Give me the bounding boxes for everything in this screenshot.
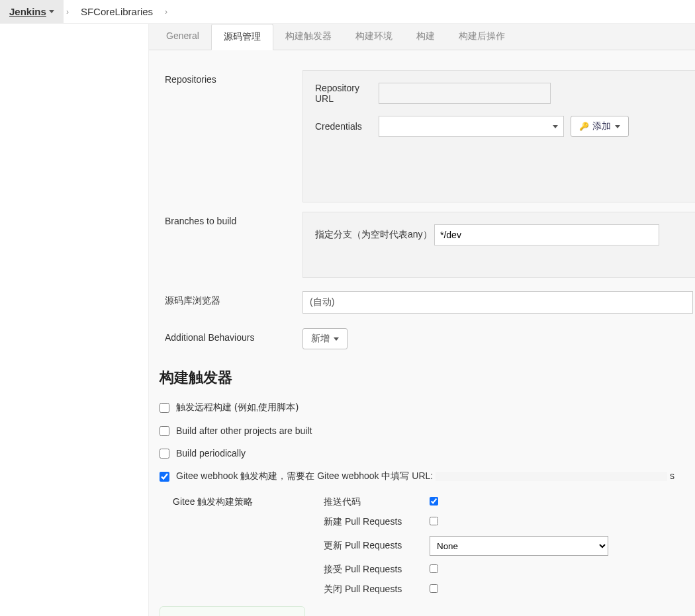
redacted-url xyxy=(436,472,667,481)
new-pr-label: 新建 Pull Requests xyxy=(324,516,430,528)
trigger-periodic-row[interactable]: Build periodically xyxy=(149,442,695,464)
close-pr-checkbox[interactable] xyxy=(430,584,438,593)
branches-panel: 指定分支（为空时代表any） xyxy=(302,212,695,278)
trigger-remote-checkbox[interactable] xyxy=(160,403,169,413)
add-behaviour-button[interactable]: 新增 xyxy=(302,328,348,349)
repo-browser-select[interactable]: (自动) xyxy=(302,291,693,314)
strategy-heading: Gitee 触发构建策略 xyxy=(173,496,324,508)
tab-triggers[interactable]: 构建触发器 xyxy=(273,24,344,50)
add-button-label: 添加 xyxy=(592,120,611,132)
tab-scm[interactable]: 源码管理 xyxy=(211,24,273,50)
tab-triggers-label: 构建触发器 xyxy=(285,30,332,41)
key-icon: 🔑 xyxy=(579,122,589,131)
branch-spec-input[interactable] xyxy=(434,224,659,245)
new-pr-checkbox[interactable] xyxy=(430,517,438,525)
config-tabs: General 源码管理 构建触发器 构建环境 构建 构建后操作 xyxy=(149,24,695,50)
trigger-periodic-label: Build periodically xyxy=(176,448,246,459)
trigger-build-after-row[interactable]: Build after other projects are built xyxy=(149,419,695,442)
repo-url-input[interactable] xyxy=(379,83,551,104)
tab-build-label: 构建 xyxy=(416,30,435,41)
tab-scm-label: 源码管理 xyxy=(224,31,261,42)
breadcrumb-root[interactable]: Jenkins xyxy=(0,0,64,23)
chevron-down-icon xyxy=(334,337,339,341)
tab-post[interactable]: 构建后操作 xyxy=(447,24,517,50)
credentials-label: Credentials xyxy=(315,121,379,132)
breadcrumb-project[interactable]: SFCoreLibraries xyxy=(71,0,162,23)
close-pr-label: 关闭 Pull Requests xyxy=(324,584,430,595)
trigger-remote-row[interactable]: 触发远程构建 (例如,使用脚本) xyxy=(149,396,695,419)
add-credentials-button[interactable]: 🔑 添加 xyxy=(571,116,629,137)
chevron-right-icon: › xyxy=(162,7,170,17)
breadcrumb: Jenkins › SFCoreLibraries › xyxy=(0,0,695,24)
tab-build[interactable]: 构建 xyxy=(404,24,447,50)
chevron-down-icon xyxy=(553,125,558,128)
chevron-right-icon: › xyxy=(64,7,71,17)
trigger-gitee-tail: s xyxy=(670,470,674,481)
tab-env-label: 构建环境 xyxy=(355,30,393,41)
tab-env[interactable]: 构建环境 xyxy=(344,24,404,50)
accept-pr-label: 接受 Pull Requests xyxy=(324,564,430,576)
tab-general[interactable]: General xyxy=(154,24,211,50)
repo-browser-label: 源码库浏览器 xyxy=(165,291,302,314)
action-bar: 保存 应用 xyxy=(160,606,305,616)
accept-pr-checkbox[interactable] xyxy=(430,564,438,573)
repo-url-label: Repository URL xyxy=(315,83,379,104)
breadcrumb-root-label: Jenkins xyxy=(9,6,46,17)
branches-label: Branches to build xyxy=(165,212,302,282)
breadcrumb-project-label: SFCoreLibraries xyxy=(81,6,153,17)
update-pr-select[interactable]: None xyxy=(430,536,608,556)
repositories-panel: Repository URL Credentials 🔑 xyxy=(302,70,695,202)
triggers-heading: 构建触发器 xyxy=(149,349,695,396)
trigger-build-after-checkbox[interactable] xyxy=(160,426,169,436)
trigger-build-after-label: Build after other projects are built xyxy=(176,425,312,436)
chevron-down-icon xyxy=(615,125,620,128)
tab-general-label: General xyxy=(166,30,199,41)
left-sidebar xyxy=(0,24,148,616)
chevron-down-icon xyxy=(49,10,54,13)
push-code-label: 推送代码 xyxy=(324,496,430,508)
trigger-gitee-row[interactable]: Gitee webhook 触发构建，需要在 Gitee webhook 中填写… xyxy=(149,464,695,488)
update-pr-label: 更新 Pull Requests xyxy=(324,540,430,552)
trigger-gitee-label: Gitee webhook 触发构建，需要在 Gitee webhook 中填写… xyxy=(176,470,674,482)
push-code-checkbox[interactable] xyxy=(430,497,438,506)
trigger-gitee-checkbox[interactable] xyxy=(160,472,169,482)
repo-browser-value: (自动) xyxy=(310,296,334,308)
credentials-select[interactable] xyxy=(379,116,564,137)
trigger-periodic-checkbox[interactable] xyxy=(160,449,169,459)
trigger-gitee-text: Gitee webhook 触发构建，需要在 Gitee webhook 中填写… xyxy=(176,470,436,481)
add-behaviour-label: 新增 xyxy=(311,333,330,345)
repositories-label: Repositories xyxy=(165,70,302,206)
additional-beh-label: Additional Behaviours xyxy=(165,328,302,349)
tab-post-label: 构建后操作 xyxy=(459,30,505,41)
branch-spec-label: 指定分支（为空时代表any） xyxy=(315,229,434,241)
trigger-remote-label: 触发远程构建 (例如,使用脚本) xyxy=(176,402,299,414)
